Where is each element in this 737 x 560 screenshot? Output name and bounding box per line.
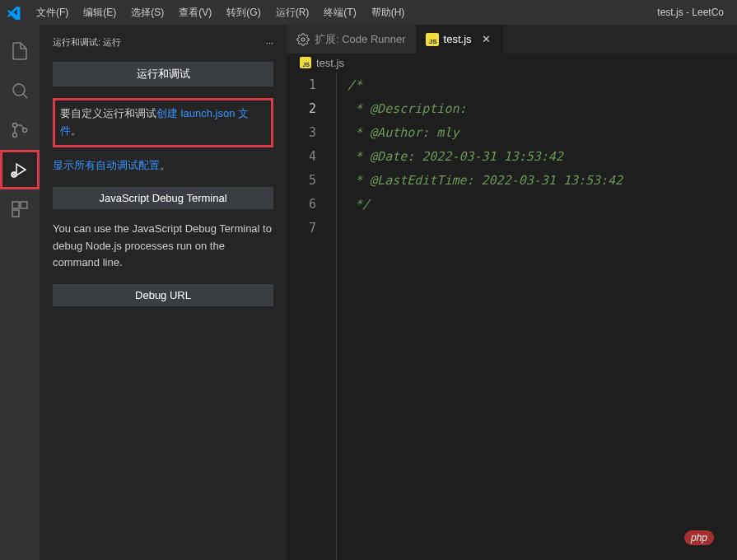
customize-text: 要自定义运行和调试	[60, 107, 156, 119]
tab-code-runner-extension[interactable]: 扩展: Code Runner	[287, 25, 416, 54]
activity-explorer[interactable]	[0, 31, 40, 71]
launch-config-info: 要自定义运行和调试创建 launch.json 文件。	[53, 98, 273, 147]
breadcrumb[interactable]: JS test.js	[287, 54, 737, 72]
menu-selection[interactable]: 选择(S)	[124, 2, 170, 23]
code-line[interactable]: * @Description:	[336, 97, 737, 121]
svg-point-0	[13, 84, 25, 96]
menu-bar: 文件(F) 编辑(E) 选择(S) 查看(V) 转到(G) 运行(R) 终端(T…	[30, 2, 411, 23]
vscode-icon	[7, 5, 21, 20]
line-numbers-gutter: 1234567	[287, 72, 336, 560]
code-line[interactable]	[336, 217, 737, 240]
activity-run-debug[interactable]	[0, 150, 40, 189]
php-watermark: php	[684, 530, 714, 545]
line-number: 1	[287, 73, 336, 97]
debug-url-button[interactable]: Debug URL	[53, 284, 273, 306]
line-number: 5	[287, 169, 336, 193]
js-debug-description: You can use the JavaScript Debug Termina…	[53, 221, 273, 270]
js-debug-terminal-button[interactable]: JavaScript Debug Terminal	[53, 187, 273, 209]
menu-file[interactable]: 文件(F)	[30, 2, 75, 23]
js-file-icon: JS	[426, 33, 439, 46]
menu-run[interactable]: 运行(R)	[269, 2, 316, 23]
menu-edit[interactable]: 编辑(E)	[77, 2, 123, 23]
files-icon	[10, 41, 30, 61]
line-number: 3	[287, 121, 336, 145]
settings-icon	[296, 33, 310, 46]
line-number: 2	[287, 97, 336, 121]
show-auto-configs-link[interactable]: 显示所有自动调试配置	[53, 159, 160, 171]
menu-go[interactable]: 转到(G)	[220, 2, 267, 23]
title-bar: 文件(F) 编辑(E) 选择(S) 查看(V) 转到(G) 运行(R) 终端(T…	[0, 0, 737, 25]
code-line[interactable]: * @Date: 2022-03-31 13:53:42	[336, 145, 737, 169]
svg-rect-7	[12, 210, 19, 217]
activity-bar	[0, 25, 40, 560]
run-debug-sidebar: 运行和调试: 运行 ··· 运行和调试 要自定义运行和调试创建 launch.j…	[40, 25, 287, 560]
line-number: 6	[287, 193, 336, 217]
code-editor[interactable]: 1234567 /* * @Description: * @Author: ml…	[287, 72, 737, 560]
code-line[interactable]: */	[336, 193, 737, 217]
editor-tabs: 扩展: Code Runner JS test.js ✕	[287, 25, 737, 54]
window-title: test.js - LeetCo	[657, 7, 724, 18]
search-icon	[10, 81, 30, 100]
line-number: 4	[287, 145, 336, 169]
menu-help[interactable]: 帮助(H)	[365, 2, 412, 23]
menu-terminal[interactable]: 终端(T)	[317, 2, 362, 23]
line-number: 7	[287, 217, 336, 240]
menu-view[interactable]: 查看(V)	[172, 2, 218, 23]
extensions-icon	[10, 199, 30, 219]
period: 。	[71, 124, 82, 137]
editor-area: 扩展: Code Runner JS test.js ✕ JS test.js …	[287, 25, 737, 560]
close-tab-icon[interactable]: ✕	[480, 33, 493, 46]
code-line[interactable]: * @LastEditTime: 2022-03-31 13:53:42	[336, 169, 737, 193]
period2: 。	[160, 159, 170, 171]
breadcrumb-file: test.js	[316, 57, 344, 69]
sidebar-title: 运行和调试: 运行	[53, 36, 121, 49]
tab-label: 扩展: Code Runner	[315, 32, 406, 47]
run-and-debug-button[interactable]: 运行和调试	[53, 62, 273, 86]
activity-extensions[interactable]	[0, 189, 40, 229]
sidebar-header: 运行和调试: 运行 ···	[53, 31, 273, 62]
tab-label: test.js	[444, 33, 472, 45]
svg-point-1	[13, 124, 17, 128]
svg-rect-5	[12, 202, 19, 208]
tab-test-js[interactable]: JS test.js ✕	[416, 25, 503, 54]
activity-search[interactable]	[0, 71, 40, 110]
more-actions-icon[interactable]: ···	[266, 38, 273, 48]
code-line[interactable]: /*	[336, 73, 737, 97]
svg-rect-6	[21, 202, 27, 208]
activity-source-control[interactable]	[0, 110, 40, 150]
js-file-icon: JS	[300, 57, 311, 68]
debug-icon	[10, 160, 30, 180]
svg-point-3	[23, 128, 27, 133]
source-control-icon	[10, 120, 30, 140]
svg-point-8	[301, 38, 305, 41]
code-line[interactable]: * @Author: mly	[336, 121, 737, 145]
svg-point-2	[13, 133, 17, 138]
code-content[interactable]: /* * @Description: * @Author: mly * @Dat…	[336, 72, 737, 560]
